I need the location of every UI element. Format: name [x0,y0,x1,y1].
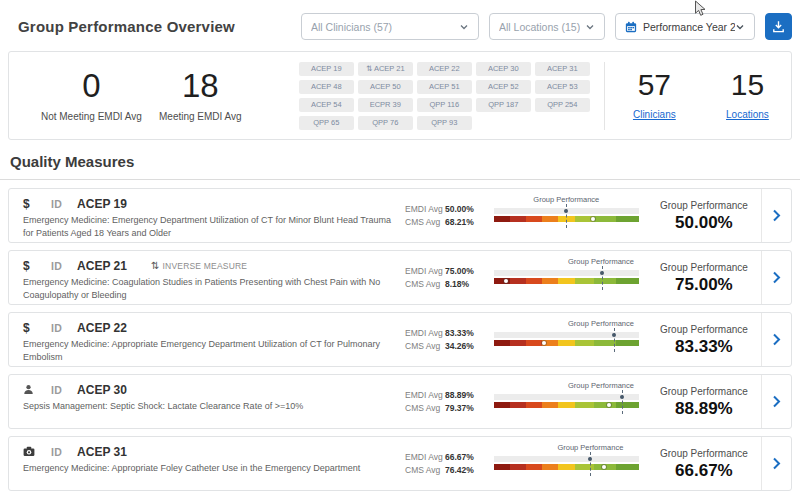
not-meeting-label: Not Meeting EMDI Avg [37,111,146,122]
measure-chip[interactable]: ACEP 48 [299,80,354,94]
clinicians-dropdown-value: All Clinicians (57) [311,21,392,33]
filter-bar: All Clinicians (57) All Locations (15) P… [301,13,792,40]
locations-link[interactable]: Locations [726,109,769,120]
measure-row[interactable]: $ ID ACEP 19 ⇅ Emergency Medicine: Emerg… [8,188,792,243]
measure-chip[interactable]: QPP 116 [417,98,472,112]
chevron-right-icon [772,395,781,408]
cms-avg-label: CMS Avg [405,340,445,353]
group-performance-marker [590,452,591,476]
measure-averages: EMDI Avg50.00% CMS Avg68.21% [405,189,494,242]
measure-chip[interactable]: ACEP 54 [299,98,354,112]
locations-dropdown-value: All Locations (15) [499,21,580,33]
gauge-gradient-bar [494,278,638,284]
measure-code: ACEP 21 [77,259,127,273]
emdi-avg-label: EMDI Avg [405,389,445,402]
cms-avg-dot [504,279,508,283]
measure-chip[interactable]: QPP 65 [299,116,354,130]
measure-detail-button[interactable] [761,437,791,490]
clinicians-link[interactable]: Clinicians [633,109,676,120]
inverse-measure-tag: ⇅INVERSE MEASURE [151,260,247,271]
measure-chip[interactable]: QPP 254 [535,98,590,112]
performance-gauge: Group Performance [494,189,638,242]
measure-chip[interactable]: ⇅ ACEP 21 [358,62,413,76]
download-button[interactable] [765,13,792,40]
measure-info: ID ACEP 31 ⇅ Emergency Medicine: Appropr… [9,437,405,490]
group-performance-value: 75.00% [647,275,762,295]
measure-row[interactable]: ID ACEP 31 ⇅ Emergency Medicine: Appropr… [8,436,792,491]
group-performance-marker-dot [564,209,568,213]
measure-chip[interactable]: QPP 76 [358,116,413,130]
measure-detail-button[interactable] [761,313,791,366]
group-performance-marker [622,390,623,414]
chevron-right-icon [772,333,781,346]
id-badge: ID [51,198,62,210]
chevron-right-icon [772,209,781,222]
measure-chip[interactable]: ACEP 31 [535,62,590,76]
group-performance-summary: Group Performance 50.00% [647,189,762,242]
stat-clinicians: 57 Clinicians [611,69,698,123]
id-badge: ID [51,322,62,334]
measure-detail-button[interactable] [761,251,791,304]
measure-detail-button[interactable] [761,189,791,242]
not-meeting-count: 0 [37,69,146,104]
stat-not-meeting: 0 Not Meeting EMDI Avg [37,69,146,122]
section-title: Quality Measures [10,153,800,170]
group-performance-label: Group Performance [647,386,762,397]
performance-gauge: Group Performance [494,313,638,366]
emdi-avg-value: 83.33% [445,327,474,340]
measure-chip[interactable]: ACEP 30 [476,62,531,76]
cms-avg-label: CMS Avg [405,402,445,415]
measure-chip[interactable]: ACEP 53 [535,80,590,94]
dollar-icon: $ [23,197,37,211]
emdi-avg-label: EMDI Avg [405,327,445,340]
measure-chip[interactable]: ACEP 51 [417,80,472,94]
page-header: Group Performance Overview All Clinician… [0,0,800,51]
mouse-cursor [694,0,707,22]
group-performance-value: 66.67% [647,461,762,481]
cms-avg-label: CMS Avg [405,216,445,229]
measure-row[interactable]: $ ID ACEP 21 ⇅INVERSE MEASURE Emergency … [8,250,792,305]
measure-chip[interactable]: ACEP 50 [358,80,413,94]
measure-row[interactable]: ID ACEP 30 ⇅ Sepsis Management: Septic S… [8,374,792,429]
chevron-right-icon [772,457,781,470]
measure-chip[interactable]: QPP 93 [417,116,472,130]
performance-gauge: Group Performance [494,437,638,490]
emdi-avg-value: 88.89% [445,389,474,402]
measure-chip[interactable]: ECPR 39 [358,98,413,112]
measure-chip[interactable]: ACEP 22 [417,62,472,76]
gauge-group-performance-label: Group Performance [568,257,634,266]
group-performance-value: 50.00% [647,213,762,233]
group-performance-summary: Group Performance 66.67% [647,437,762,490]
locations-count: 15 [704,69,791,101]
group-performance-marker-dot [588,457,592,461]
emdi-avg-value: 66.67% [445,451,474,464]
chevron-down-icon [459,22,469,32]
clinicians-dropdown[interactable]: All Clinicians (57) [301,13,479,40]
gauge-gradient-bar [494,340,638,346]
measure-chip[interactable]: QPP 187 [476,98,531,112]
measure-description: Emergency Medicine: Appropriate Emergenc… [23,338,395,363]
gauge-gradient-bar [494,464,638,470]
group-performance-label: Group Performance [647,200,762,211]
emdi-avg-label: EMDI Avg [405,203,445,216]
performance-year-value: Performance Year 2022 [643,21,735,33]
person-icon [23,384,37,395]
measure-averages: EMDI Avg88.89% CMS Avg79.37% [405,375,494,428]
chevron-down-icon [735,22,745,32]
measure-chip[interactable]: ACEP 52 [476,80,531,94]
measure-chip[interactable]: ACEP 19 [299,62,354,76]
group-performance-summary: Group Performance 83.33% [647,313,762,366]
cms-avg-label: CMS Avg [405,464,445,477]
group-performance-marker [614,328,615,352]
gauge-group-performance-label: Group Performance [568,381,634,390]
measure-code: ACEP 19 [77,197,127,211]
measure-row[interactable]: $ ID ACEP 22 ⇅ Emergency Medicine: Appro… [8,312,792,367]
dollar-icon: $ [23,321,37,335]
cms-avg-dot [591,217,595,221]
measure-detail-button[interactable] [761,375,791,428]
clinicians-count: 57 [611,69,698,101]
measure-info: $ ID ACEP 21 ⇅INVERSE MEASURE Emergency … [9,251,405,304]
gauge-group-performance-label: Group Performance [533,195,599,204]
locations-dropdown[interactable]: All Locations (15) [489,13,605,40]
performance-year-dropdown[interactable]: Performance Year 2022 [615,13,755,40]
